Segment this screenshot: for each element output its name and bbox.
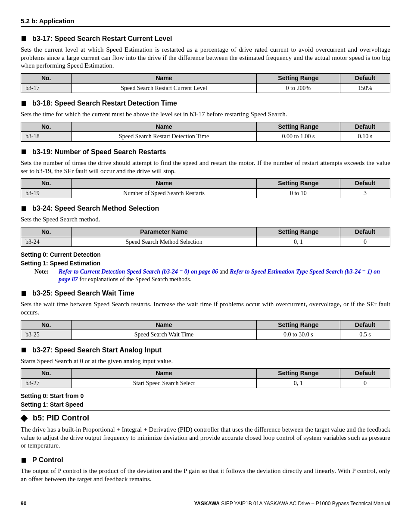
table-row: b3-19 Number of Speed Search Restarts 0 … bbox=[21, 188, 390, 198]
heading-text: b3-24: Speed Search Method Selection bbox=[32, 204, 159, 213]
footer-doc: YASKAWA SIEP YAIP1B 01A YASKAWA AC Drive… bbox=[194, 501, 390, 507]
table-b3-17: No. Name Setting Range Default b3-17 Spe… bbox=[21, 73, 390, 93]
desc-b3-19: Sets the number of times the drive shoul… bbox=[21, 159, 390, 175]
note-b3-24: Note: Refer to Current Detection Speed S… bbox=[34, 268, 390, 283]
table-row: b3-25 Speed Search Wait Time 0.0 to 30.0… bbox=[21, 330, 390, 340]
heading-b3-17: b3-17: Speed Search Restart Current Leve… bbox=[21, 34, 390, 43]
table-header-row: No. Name Setting Range Default bbox=[21, 320, 390, 330]
table-header-row: No. Parameter Name Setting Range Default bbox=[21, 227, 390, 237]
col-default: Default bbox=[340, 227, 390, 237]
col-default: Default bbox=[340, 369, 390, 379]
heading-b5: b5: PID Control bbox=[21, 413, 390, 423]
col-range: Setting Range bbox=[256, 179, 340, 189]
col-name: Name bbox=[72, 369, 256, 379]
square-bullet-icon bbox=[22, 458, 26, 463]
table-b3-27: No. Name Setting Range Default b3-27 Sta… bbox=[21, 368, 390, 388]
heading-text: b3-27: Speed Search Start Analog Input bbox=[32, 346, 162, 355]
square-bullet-icon bbox=[22, 101, 26, 106]
note-mid: and bbox=[218, 268, 230, 275]
cell-no: b3-18 bbox=[21, 132, 72, 142]
cell-no: b3-25 bbox=[21, 330, 72, 340]
setting-0-b3-24: Setting 0: Current Detection bbox=[21, 251, 390, 259]
table-header-row: No. Name Setting Range Default bbox=[21, 122, 390, 132]
cell-range: 0, 1 bbox=[256, 378, 340, 388]
col-no: No. bbox=[21, 320, 72, 330]
note-link-1[interactable]: Refer to Current Detection Speed Search … bbox=[59, 268, 218, 275]
square-bullet-icon bbox=[22, 206, 26, 211]
diamond-bullet-icon bbox=[21, 414, 28, 422]
note-tail: for explanations of the Speed Search met… bbox=[78, 276, 192, 283]
square-bullet-icon bbox=[22, 291, 26, 296]
table-row: b3-18 Speed Search Restart Detection Tim… bbox=[21, 132, 390, 142]
cell-range: 0.0 to 30.0 s bbox=[256, 330, 340, 340]
heading-text: P Control bbox=[32, 456, 63, 464]
table-row: b3-24 Speed Search Method Selection 0, 1… bbox=[21, 237, 390, 247]
desc-p-control: The output of P control is the product o… bbox=[21, 467, 390, 483]
table-header-row: No. Name Setting Range Default bbox=[21, 74, 390, 84]
desc-b5: The drive has a built-in Proportional + … bbox=[21, 426, 390, 450]
desc-b3-25: Sets the wait time between Speed Search … bbox=[21, 300, 390, 317]
table-header-row: No. Name Setting Range Default bbox=[21, 179, 390, 189]
divider bbox=[21, 410, 390, 411]
page-number: 90 bbox=[21, 501, 26, 507]
heading-text: b3-25: Speed Search Wait Time bbox=[32, 289, 134, 298]
col-range: Setting Range bbox=[256, 369, 340, 379]
square-bullet-icon bbox=[22, 348, 26, 352]
cell-name: Speed Search Restart Detection Time bbox=[72, 132, 256, 142]
cell-name: Start Speed Search Select bbox=[72, 378, 256, 388]
table-b3-24: No. Parameter Name Setting Range Default… bbox=[21, 227, 390, 247]
table-header-row: No. Name Setting Range Default bbox=[21, 369, 390, 379]
desc-b3-24: Sets the Speed Search method. bbox=[21, 215, 390, 224]
heading-text: b3-17: Speed Search Restart Current Leve… bbox=[32, 34, 172, 43]
cell-name: Speed Search Wait Time bbox=[72, 330, 256, 340]
heading-b3-19: b3-19: Number of Speed Search Restarts bbox=[21, 148, 390, 156]
heading-text: b3-18: Speed Search Restart Detection Ti… bbox=[32, 99, 177, 108]
footer-doc-title: SIEP YAIP1B 01A YASKAWA AC Drive – P1000… bbox=[220, 501, 390, 507]
heading-text: b3-19: Number of Speed Search Restarts bbox=[32, 148, 166, 156]
cell-default: 0.10 s bbox=[340, 132, 390, 142]
col-range: Setting Range bbox=[256, 74, 340, 84]
cell-default: 150% bbox=[340, 83, 390, 93]
cell-range: 0, 1 bbox=[256, 237, 340, 247]
note-label: Note: bbox=[34, 268, 59, 283]
col-no: No. bbox=[21, 74, 72, 84]
heading-b3-24: b3-24: Speed Search Method Selection bbox=[21, 204, 390, 213]
table-b3-18: No. Name Setting Range Default b3-18 Spe… bbox=[21, 122, 390, 142]
cell-range: 0.00 to 1.00 s bbox=[256, 132, 340, 142]
cell-name: Speed Search Restart Current Level bbox=[72, 83, 256, 93]
cell-name: Speed Search Method Selection bbox=[72, 237, 257, 247]
footer-brand: YASKAWA bbox=[194, 501, 220, 507]
col-name: Name bbox=[72, 122, 256, 132]
col-name: Parameter Name bbox=[72, 227, 257, 237]
cell-range: 0 to 200% bbox=[256, 83, 340, 93]
col-default: Default bbox=[340, 320, 390, 330]
cell-default: 3 bbox=[340, 188, 390, 198]
cell-default: 0 bbox=[340, 237, 390, 247]
cell-no: b3-17 bbox=[21, 83, 72, 93]
table-b3-25: No. Name Setting Range Default b3-25 Spe… bbox=[21, 320, 390, 340]
col-name: Name bbox=[72, 74, 256, 84]
cell-default: 0.5 s bbox=[340, 330, 390, 340]
heading-text: b5: PID Control bbox=[33, 413, 89, 423]
setting-0-b3-27: Setting 0: Start from 0 bbox=[21, 392, 390, 400]
heading-b3-18: b3-18: Speed Search Restart Detection Ti… bbox=[21, 99, 390, 108]
cell-no: b3-19 bbox=[21, 188, 72, 198]
col-no: No. bbox=[21, 122, 72, 132]
cell-no: b3-24 bbox=[21, 237, 72, 247]
square-bullet-icon bbox=[22, 149, 26, 154]
heading-p-control: P Control bbox=[21, 456, 390, 464]
cell-default: 0 bbox=[340, 378, 390, 388]
page-section-header: 5.2 b: Application bbox=[21, 17, 390, 27]
col-range: Setting Range bbox=[256, 227, 340, 237]
col-range: Setting Range bbox=[256, 122, 340, 132]
col-range: Setting Range bbox=[256, 320, 340, 330]
cell-no: b3-27 bbox=[21, 378, 72, 388]
col-default: Default bbox=[340, 74, 390, 84]
table-b3-19: No. Name Setting Range Default b3-19 Num… bbox=[21, 178, 390, 198]
col-no: No. bbox=[21, 369, 72, 379]
desc-b3-27: Starts Speed Search at 0 or at the given… bbox=[21, 357, 390, 365]
note-text: Refer to Current Detection Speed Search … bbox=[59, 268, 390, 283]
table-row: b3-17 Speed Search Restart Current Level… bbox=[21, 83, 390, 93]
setting-1-b3-27: Setting 1: Start Speed bbox=[21, 401, 390, 409]
col-name: Name bbox=[72, 179, 256, 189]
